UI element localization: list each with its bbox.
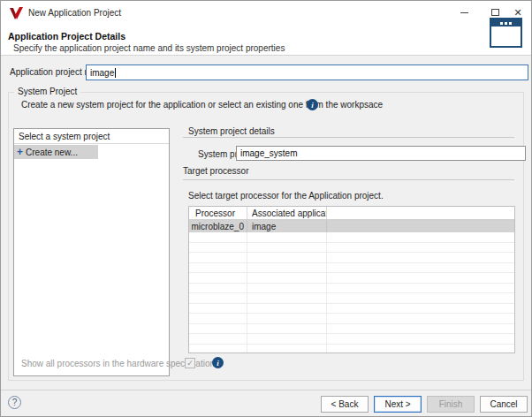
minimize-icon xyxy=(460,12,468,13)
window-title: New Application Project xyxy=(28,8,121,18)
table-row-empty xyxy=(189,345,514,354)
close-icon: ✕ xyxy=(513,7,521,19)
list-item-label: Create new... xyxy=(26,148,78,157)
wizard-header: Application Project Details Specify the … xyxy=(1,27,531,56)
show-all-processors-checkbox[interactable]: ✓ xyxy=(185,358,195,368)
help-icon: ? xyxy=(12,398,18,407)
title-bar: New Application Project ✕ xyxy=(1,1,531,27)
help-button[interactable]: ? xyxy=(8,396,21,409)
list-item-create-new[interactable]: + Create new... xyxy=(14,145,98,159)
column-header-associated-applications: Associated applications xyxy=(247,207,327,219)
maximize-icon xyxy=(491,9,499,16)
info-icon[interactable]: i xyxy=(212,357,224,368)
table-row-empty xyxy=(189,314,514,324)
table-row-empty xyxy=(189,273,514,284)
cancel-button[interactable]: Cancel xyxy=(480,396,528,413)
xilinx-logo-icon xyxy=(9,6,24,20)
table-row-empty xyxy=(189,253,514,263)
table-row-empty xyxy=(189,232,514,243)
column-header-empty xyxy=(327,207,514,219)
table-row-empty xyxy=(189,284,514,294)
system-project-group: System Project Create a new system proje… xyxy=(8,92,524,381)
next-button[interactable]: Next > xyxy=(374,396,422,413)
table-row-empty xyxy=(189,304,514,315)
system-project-description: Create a new system project for the appl… xyxy=(21,100,383,110)
system-project-legend: System Project xyxy=(14,87,80,96)
system-project-name-input[interactable]: image_system xyxy=(236,146,526,161)
separator xyxy=(183,137,514,138)
system-project-list[interactable]: Select a system project + Create new... xyxy=(13,128,170,376)
app-project-name-input[interactable]: image xyxy=(86,64,528,80)
processor-table-header: Processor Associated applications xyxy=(189,207,514,220)
minimize-button[interactable] xyxy=(452,1,476,24)
table-row-empty xyxy=(189,263,514,274)
system-project-name-value: image_system xyxy=(240,148,297,158)
table-row-empty xyxy=(189,243,514,254)
new-application-project-dialog: New Application Project ✕ Application Pr… xyxy=(0,0,532,417)
finish-button[interactable]: Finish xyxy=(427,396,475,413)
back-button[interactable]: < Back xyxy=(321,396,369,413)
system-project-list-header: Select a system project xyxy=(14,129,169,144)
system-project-details-title: System project details xyxy=(188,126,275,136)
check-icon: ✓ xyxy=(186,359,194,368)
target-processor-title: Target processor xyxy=(183,166,248,176)
info-icon[interactable]: i xyxy=(307,99,318,110)
table-row-empty xyxy=(189,293,514,304)
table-row-microblaze[interactable]: microblaze_0 image xyxy=(189,220,514,232)
cell-applications: image xyxy=(247,220,327,232)
text-caret xyxy=(115,68,116,78)
separator xyxy=(183,179,514,180)
cell-processor: microblaze_0 xyxy=(189,220,247,232)
button-bar: ? < Back Next > Finish Cancel xyxy=(1,390,531,417)
column-header-processor: Processor xyxy=(189,207,247,219)
processor-table-empty-rows xyxy=(189,232,514,353)
table-row-empty xyxy=(189,334,514,345)
wizard-banner-icon xyxy=(490,18,522,48)
page-title: Application Project Details xyxy=(8,31,125,42)
target-processor-description: Select target processor for the Applicat… xyxy=(188,191,384,201)
processor-table[interactable]: Processor Associated applications microb… xyxy=(188,206,515,353)
app-project-name-value: image xyxy=(90,68,114,78)
show-all-processors-row: Show all processors in the hardware spec… xyxy=(21,358,516,370)
plus-icon: + xyxy=(17,147,23,157)
page-description: Specify the application project name and… xyxy=(13,43,285,53)
table-row-empty xyxy=(189,324,514,335)
